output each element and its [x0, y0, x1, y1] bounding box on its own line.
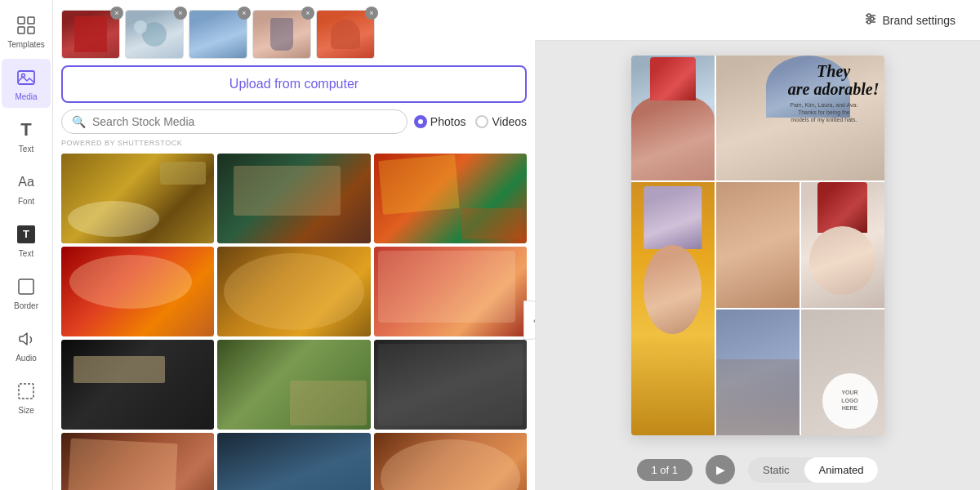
thumb-4[interactable]: ×: [252, 10, 311, 59]
stock-photo-12[interactable]: [374, 433, 527, 490]
sidebar-item-text[interactable]: T Text: [2, 111, 51, 160]
powered-by-label: POWERED BY SHUTTERSTOCK: [53, 137, 535, 150]
canvas-content: They are adorable! Pam, Kim, Laura, and …: [535, 41, 980, 449]
text-icon: T: [15, 118, 38, 141]
brand-settings-button[interactable]: Brand settings: [855, 7, 964, 34]
sidebar-item-size-label: Size: [18, 406, 33, 415]
play-button[interactable]: ▶: [706, 455, 735, 484]
card-photo-2: [716, 56, 884, 181]
svg-rect-0: [18, 17, 24, 24]
media-icon: [15, 66, 38, 89]
bottom-bar: 1 of 1 ▶ Static Animated: [535, 449, 980, 490]
svg-point-13: [867, 20, 871, 24]
videos-label: Videos: [492, 115, 527, 128]
svg-point-12: [871, 17, 874, 20]
svg-rect-7: [19, 384, 33, 399]
sidebar-item-font-label: Font: [18, 197, 34, 206]
stock-photo-10[interactable]: [61, 433, 214, 490]
top-bar: Brand settings: [535, 0, 980, 41]
svg-rect-4: [18, 71, 34, 84]
sidebar-item-text2[interactable]: T Text: [2, 216, 51, 265]
svg-rect-6: [19, 279, 33, 294]
sidebar-item-border[interactable]: Border: [2, 268, 51, 317]
page-indicator: 1 of 1: [637, 459, 693, 481]
font-icon: Aa: [15, 171, 38, 194]
thumb-4-close[interactable]: ×: [301, 7, 314, 20]
thumb-1-close[interactable]: ×: [110, 7, 123, 20]
animated-mode-button[interactable]: Animated: [804, 457, 879, 483]
thumb-1[interactable]: ×: [61, 10, 120, 59]
photos-label: Photos: [430, 115, 466, 128]
card-photo-1: [631, 56, 715, 181]
audio-icon: [15, 327, 38, 350]
card-photo-5: [801, 182, 884, 308]
upload-area: Upload from computer: [53, 65, 535, 109]
search-box: 🔍: [61, 109, 408, 134]
brand-settings-icon: [863, 11, 878, 29]
sidebar-item-templates[interactable]: Templates: [2, 7, 51, 56]
sidebar-item-media[interactable]: Media: [2, 59, 51, 108]
stock-photo-2[interactable]: [217, 154, 370, 243]
static-mode-button[interactable]: Static: [748, 457, 804, 483]
photos-radio-circle: [414, 115, 427, 128]
logo-placeholder: YOUR LOGO HERE: [822, 373, 878, 429]
videos-radio-circle: [475, 115, 488, 128]
sidebar-item-border-label: Border: [14, 301, 38, 310]
size-icon: [15, 380, 38, 403]
design-card[interactable]: They are adorable! Pam, Kim, Laura, and …: [631, 56, 884, 435]
panel-collapse-button[interactable]: ‹: [523, 301, 535, 340]
sidebar-item-size[interactable]: Size: [2, 372, 51, 421]
sidebar-item-media-label: Media: [15, 92, 37, 101]
stock-photo-1[interactable]: [61, 154, 214, 243]
thumb-2-close[interactable]: ×: [174, 7, 187, 20]
mode-switcher: Static Animated: [748, 457, 878, 483]
upload-from-computer-button[interactable]: Upload from computer: [61, 65, 527, 103]
search-icon: 🔍: [72, 115, 86, 128]
templates-icon: [15, 14, 38, 37]
photos-radio[interactable]: Photos: [414, 115, 466, 128]
stock-photo-8[interactable]: [217, 340, 370, 430]
sidebar-item-font[interactable]: Aa Font: [2, 163, 51, 212]
canvas-area: Brand settings They are adorable! Pam, K…: [535, 0, 980, 490]
card-photo-7: YOUR LOGO HERE: [801, 310, 884, 435]
thumbnail-strip: × × × ×: [53, 0, 535, 65]
card-photo-4: [716, 182, 800, 308]
videos-radio[interactable]: Videos: [475, 115, 527, 128]
thumb-3[interactable]: ×: [189, 10, 247, 59]
sidebar-item-templates-label: Templates: [7, 40, 45, 49]
sidebar-item-text-label: Text: [19, 145, 33, 154]
sidebar: Templates Media T Text Aa Font T Text: [0, 0, 53, 490]
stock-photo-grid: ‹: [53, 150, 535, 490]
stock-photo-5[interactable]: [217, 247, 370, 336]
text2-icon: T: [15, 223, 38, 246]
border-icon: [15, 275, 38, 298]
stock-photo-4[interactable]: [61, 247, 214, 336]
stock-photo-6[interactable]: [374, 247, 527, 336]
thumb-2[interactable]: ×: [125, 10, 184, 59]
search-row: 🔍 Photos Videos: [53, 109, 535, 137]
stock-photo-3[interactable]: [374, 154, 527, 243]
stock-photo-9[interactable]: [374, 340, 527, 430]
svg-rect-1: [28, 17, 34, 24]
media-type-radio-group: Photos Videos: [414, 115, 527, 128]
stock-photo-7[interactable]: [61, 340, 214, 430]
svg-point-11: [867, 14, 871, 17]
card-photo-3: [631, 182, 715, 434]
logo-text: YOUR LOGO HERE: [841, 389, 858, 412]
search-input[interactable]: [92, 115, 397, 128]
sidebar-item-audio-label: Audio: [16, 354, 37, 363]
thumb-5[interactable]: ×: [316, 10, 375, 59]
sidebar-item-text2-label: Text: [19, 249, 33, 258]
thumb-3-close[interactable]: ×: [238, 7, 251, 20]
thumb-5-close[interactable]: ×: [365, 7, 378, 20]
sidebar-item-audio[interactable]: Audio: [2, 320, 51, 369]
brand-settings-label: Brand settings: [883, 14, 956, 27]
stock-photo-11[interactable]: [217, 433, 370, 490]
card-photo-6: [716, 310, 800, 435]
media-panel: × × × ×: [53, 0, 535, 490]
svg-rect-3: [28, 27, 34, 33]
svg-rect-2: [18, 27, 24, 33]
